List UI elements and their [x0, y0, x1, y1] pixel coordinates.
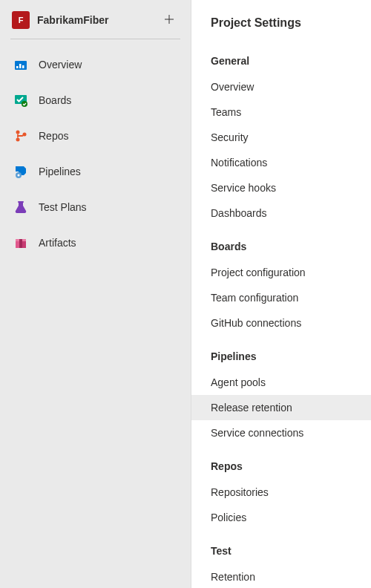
settings-item[interactable]: GitHub connections: [191, 310, 371, 336]
settings-item[interactable]: Teams: [191, 99, 371, 125]
svg-rect-2: [19, 64, 22, 68]
section-heading: Test: [191, 530, 371, 564]
svg-rect-15: [19, 239, 22, 248]
test-plans-icon: [13, 200, 28, 215]
svg-point-5: [22, 101, 27, 107]
settings-item[interactable]: Project configuration: [191, 260, 371, 285]
section-heading: Repos: [191, 445, 371, 480]
plus-icon: [163, 13, 175, 27]
boards-icon: [13, 93, 28, 108]
nav-list: Overview Boards Repos Pipelines Test Pla…: [0, 47, 191, 261]
settings-item[interactable]: Notifications: [191, 150, 371, 175]
settings-item[interactable]: Agent pools: [191, 370, 371, 395]
nav-item-pipelines[interactable]: Pipelines: [0, 154, 191, 189]
settings-item[interactable]: Overview: [191, 74, 371, 99]
section-heading: General: [191, 40, 371, 74]
pipelines-icon: [13, 164, 28, 179]
settings-panel: Project Settings GeneralOverviewTeamsSec…: [191, 0, 371, 588]
sidebar: F FabrikamFiber Overview Boards Repos: [0, 0, 191, 588]
section-heading: Pipelines: [191, 336, 371, 370]
svg-rect-3: [22, 65, 24, 68]
nav-label: Repos: [39, 130, 68, 142]
project-logo[interactable]: F: [12, 11, 30, 29]
nav-item-overview[interactable]: Overview: [0, 47, 191, 82]
nav-label: Test Plans: [39, 201, 87, 213]
settings-item[interactable]: Team configuration: [191, 285, 371, 310]
header-divider: [10, 39, 180, 39]
project-name[interactable]: FabrikamFiber: [37, 14, 152, 26]
nav-item-artifacts[interactable]: Artifacts: [0, 225, 191, 261]
project-header: F FabrikamFiber: [0, 0, 191, 39]
settings-sections: GeneralOverviewTeamsSecurityNotification…: [191, 40, 371, 588]
settings-title: Project Settings: [191, 16, 371, 40]
svg-rect-11: [18, 201, 24, 203]
settings-item[interactable]: Repositories: [191, 480, 371, 505]
section-heading: Boards: [191, 226, 371, 260]
svg-rect-1: [16, 66, 19, 68]
settings-item[interactable]: Policies: [191, 505, 371, 530]
nav-label: Pipelines: [39, 166, 81, 177]
nav-item-test-plans[interactable]: Test Plans: [0, 189, 191, 225]
repos-icon: [13, 128, 28, 143]
settings-item[interactable]: Retention: [191, 564, 371, 588]
nav-label: Overview: [39, 59, 82, 71]
artifacts-icon: [13, 235, 28, 250]
settings-item[interactable]: Release retention: [191, 395, 371, 420]
svg-point-7: [16, 138, 20, 142]
nav-item-repos[interactable]: Repos: [0, 118, 191, 154]
add-button[interactable]: [160, 10, 179, 30]
settings-item[interactable]: Dashboards: [191, 200, 371, 226]
svg-point-10: [18, 174, 20, 177]
nav-item-boards[interactable]: Boards: [0, 82, 191, 118]
settings-item[interactable]: Service hooks: [191, 175, 371, 200]
nav-label: Boards: [39, 94, 71, 106]
settings-item[interactable]: Security: [191, 125, 371, 150]
nav-label: Artifacts: [39, 237, 76, 249]
settings-item[interactable]: Service connections: [191, 420, 371, 445]
svg-point-6: [16, 131, 20, 134]
overview-icon: [13, 57, 28, 72]
